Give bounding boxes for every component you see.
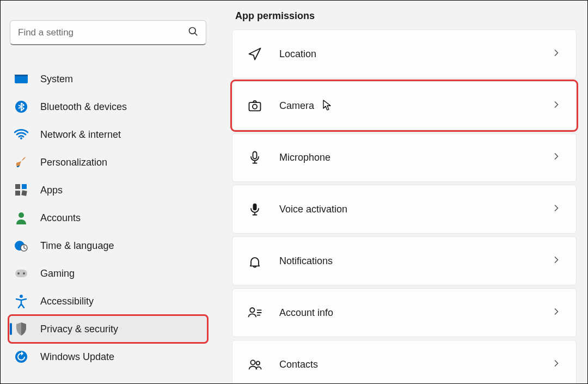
nav-list: System Bluetooth & devices Network & int… xyxy=(9,65,207,371)
sidebar-item-privacy-security[interactable]: Privacy & security xyxy=(9,315,207,343)
chevron-right-icon xyxy=(551,99,562,112)
shield-icon xyxy=(14,322,28,336)
sidebar-item-personalization[interactable]: Personalization xyxy=(9,149,207,176)
sidebar-item-label: Time & language xyxy=(40,240,114,252)
svg-rect-14 xyxy=(15,191,20,196)
bluetooth-icon xyxy=(14,100,28,114)
permission-label: Microphone xyxy=(279,152,551,163)
svg-rect-13 xyxy=(22,184,27,189)
sidebar-item-bluetooth[interactable]: Bluetooth & devices xyxy=(9,93,207,120)
sidebar-item-label: Privacy & security xyxy=(40,324,118,335)
permission-label: Location xyxy=(279,48,551,60)
permission-item-contacts[interactable]: Contacts xyxy=(232,340,577,383)
bell-icon xyxy=(247,253,263,269)
svg-point-20 xyxy=(17,272,20,275)
permission-label: Contacts xyxy=(279,359,551,370)
sidebar-item-label: Apps xyxy=(40,185,63,196)
sidebar-item-label: Personalization xyxy=(40,157,107,168)
permission-item-camera[interactable]: Camera xyxy=(232,81,577,130)
accessibility-icon xyxy=(14,294,28,308)
svg-rect-19 xyxy=(15,270,27,277)
sidebar-item-gaming[interactable]: Gaming xyxy=(9,260,207,287)
chevron-right-icon xyxy=(551,358,562,371)
chevron-right-icon xyxy=(551,47,562,60)
sidebar-item-windows-update[interactable]: Windows Update xyxy=(9,343,207,370)
sidebar-item-label: Windows Update xyxy=(40,351,114,363)
sidebar-item-time-language[interactable]: Time & language xyxy=(9,232,207,259)
voice-icon xyxy=(247,201,263,217)
chevron-right-icon xyxy=(551,254,562,267)
svg-point-21 xyxy=(23,272,25,275)
chevron-right-icon xyxy=(551,306,562,319)
sidebar-item-accounts[interactable]: Accounts xyxy=(9,204,207,231)
permission-item-voice-activation[interactable]: Voice activation xyxy=(232,185,577,234)
clock-globe-icon xyxy=(14,239,28,253)
sidebar-item-label: Accessibility xyxy=(40,296,94,307)
system-icon xyxy=(14,72,28,86)
apps-icon xyxy=(14,183,28,197)
permissions-list: Location Camera Microphone Voice activat… xyxy=(232,29,577,383)
sidebar-item-accessibility[interactable]: Accessibility xyxy=(9,288,207,315)
microphone-icon xyxy=(247,149,263,166)
section-title: App permissions xyxy=(235,10,577,22)
wifi-icon xyxy=(14,127,28,142)
svg-rect-12 xyxy=(15,184,20,189)
location-icon xyxy=(247,46,263,62)
search-wrapper xyxy=(10,20,206,45)
sidebar-item-system[interactable]: System xyxy=(9,65,207,93)
main-content: App permissions Location Camera Micropho… xyxy=(216,1,587,383)
svg-point-16 xyxy=(19,212,24,218)
camera-icon xyxy=(247,97,263,114)
sidebar-item-label: Bluetooth & devices xyxy=(40,101,127,113)
permission-item-location[interactable]: Location xyxy=(232,29,577,78)
permission-label: Notifications xyxy=(279,255,551,267)
sidebar-item-label: Gaming xyxy=(40,268,75,279)
permission-item-account-info[interactable]: Account info xyxy=(232,288,577,337)
svg-rect-9 xyxy=(15,75,28,76)
permission-label: Voice activation xyxy=(279,204,551,215)
update-icon xyxy=(14,350,28,364)
sidebar-item-label: Accounts xyxy=(40,212,81,224)
permission-label: Account info xyxy=(279,307,551,319)
brush-icon xyxy=(14,155,28,169)
svg-point-11 xyxy=(20,137,22,139)
sidebar-item-network[interactable]: Network & internet xyxy=(9,121,207,148)
chevron-right-icon xyxy=(551,203,562,216)
svg-rect-15 xyxy=(21,190,27,196)
gamepad-icon xyxy=(14,266,28,281)
svg-point-22 xyxy=(20,295,23,298)
permission-item-microphone[interactable]: Microphone xyxy=(232,133,577,182)
search-icon[interactable] xyxy=(188,26,199,39)
sidebar: System Bluetooth & devices Network & int… xyxy=(1,1,216,383)
person-icon xyxy=(14,211,28,225)
permission-item-notifications[interactable]: Notifications xyxy=(232,236,577,285)
contacts-icon xyxy=(247,356,263,373)
account-info-icon xyxy=(247,304,263,321)
sidebar-item-apps[interactable]: Apps xyxy=(9,176,207,204)
sidebar-item-label: System xyxy=(40,74,73,85)
search-input[interactable] xyxy=(10,20,206,45)
chevron-right-icon xyxy=(551,151,562,164)
sidebar-item-label: Network & internet xyxy=(40,129,121,141)
permission-label: Camera xyxy=(279,100,551,112)
